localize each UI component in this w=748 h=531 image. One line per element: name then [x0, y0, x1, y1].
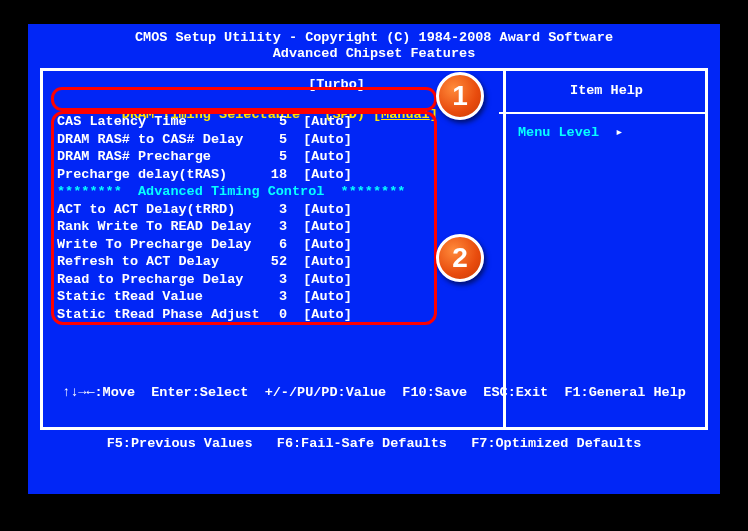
precharge-delay-tras[interactable]: Precharge delay(tRAS)18 [Auto] — [57, 166, 405, 184]
static-tread-phase-adjust[interactable]: Static tRead Phase Adjust0 [Auto] — [57, 306, 405, 324]
item-help-title: Item Help — [506, 71, 707, 98]
refresh-to-act-delay[interactable]: Refresh to ACT Delay52 [Auto] — [57, 253, 405, 271]
bios-screen: CMOS Setup Utility - Copyright (C) 1984-… — [28, 24, 720, 494]
rank-write-to-read-delay[interactable]: Rank Write To READ Delay3 [Auto] — [57, 218, 405, 236]
advanced-timing-header: ******** Advanced Timing Control *******… — [57, 183, 405, 201]
help-line-2: F5:Previous Values F6:Fail-Safe Defaults… — [28, 435, 720, 452]
help-bar: ↑↓→←:Move Enter:Select +/-/PU/PD:Value F… — [28, 350, 720, 486]
header-title-1: CMOS Setup Utility - Copyright (C) 1984-… — [28, 30, 720, 46]
prev-value-hint: [Turbo] — [57, 77, 365, 92]
menu-level: Menu Level ▸ — [518, 123, 623, 140]
help-line-1: ↑↓→←:Move Enter:Select +/-/PU/PD:Value F… — [28, 384, 720, 401]
annotation-callout-2: 2 — [436, 234, 484, 282]
dram-ras-to-cas-delay[interactable]: DRAM RAS# to CAS# Delay5 [Auto] — [57, 131, 405, 149]
header: CMOS Setup Utility - Copyright (C) 1984-… — [28, 24, 720, 62]
read-to-precharge-delay[interactable]: Read to Precharge Delay3 [Auto] — [57, 271, 405, 289]
header-title-2: Advanced Chipset Features — [28, 46, 720, 62]
chevron-right-icon: ▸ — [615, 125, 623, 140]
dram-ras-precharge[interactable]: DRAM RAS# Precharge5 [Auto] — [57, 148, 405, 166]
act-to-act-delay[interactable]: ACT to ACT Delay(tRRD)3 [Auto] — [57, 201, 405, 219]
timing-list: CAS Latency Time5 [Auto] DRAM RAS# to CA… — [57, 113, 405, 323]
write-to-precharge-delay[interactable]: Write To Precharge Delay6 [Auto] — [57, 236, 405, 254]
annotation-callout-1: 1 — [436, 72, 484, 120]
cas-latency-time[interactable]: CAS Latency Time5 [Auto] — [57, 113, 405, 131]
static-tread-value[interactable]: Static tRead Value3 [Auto] — [57, 288, 405, 306]
